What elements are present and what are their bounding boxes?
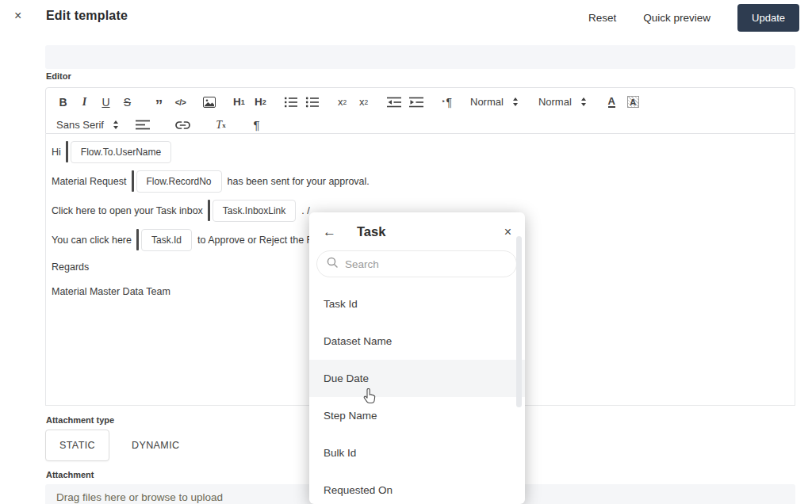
list-item-requested-on[interactable]: Requested On (309, 472, 525, 504)
edit-template-dialog: × Edit template Reset Quick preview Upda… (0, 0, 812, 504)
attachment-type-tabs: STATIC DYNAMIC (45, 430, 193, 461)
search-box (316, 250, 517, 277)
chip-handle (136, 229, 139, 250)
chevron-updown-icon (513, 97, 518, 106)
underline-icon[interactable]: U (99, 94, 113, 111)
popup-scrollbar[interactable] (516, 236, 522, 407)
heading2-icon[interactable]: H2 (254, 94, 267, 111)
popup-header: ← Task × (309, 212, 525, 246)
line-text: Material Request (52, 176, 127, 187)
top-bar-actions: Reset Quick preview Update (588, 0, 799, 35)
font-dropdown-value: Sans Serif (56, 119, 104, 131)
chip-label: Task.Id (141, 229, 192, 251)
size-dropdown[interactable]: Normal (470, 96, 518, 108)
variable-chip[interactable]: Task.InboxLink (208, 200, 296, 222)
code-icon[interactable]: </> (174, 94, 187, 111)
variable-picker-popup: ← Task × Task Id Dataset Name Due Date S… (309, 212, 525, 504)
quick-preview-button[interactable]: Quick preview (643, 12, 710, 24)
back-icon[interactable]: ← (323, 225, 336, 239)
list-item-due-date[interactable]: Due Date (309, 360, 525, 397)
strikethrough-icon[interactable]: S (121, 94, 134, 111)
text-direction-icon[interactable]: ‣¶ (440, 94, 454, 111)
dropzone-text: Drag files here or browse to upload (56, 491, 223, 503)
link-icon[interactable] (175, 116, 190, 134)
chip-handle (132, 170, 134, 192)
chip-handle (66, 141, 68, 162)
pilcrow-icon[interactable]: ¶ (250, 116, 263, 134)
line-text: Hi (52, 147, 61, 158)
popup-close-icon[interactable]: × (504, 226, 511, 239)
search-input[interactable] (345, 258, 507, 270)
editor-toolbar: B I U S ” </> H1 H2 x2 x2 (45, 87, 795, 134)
attachment-type-label: Attachment type (46, 415, 114, 425)
list-item-bulk-id[interactable]: Bulk Id (309, 434, 525, 472)
list-item-step-name[interactable]: Step Name (309, 397, 525, 434)
heading-dropdown[interactable]: Normal (538, 96, 586, 108)
line-text: Click here to open your Task inbox (52, 205, 203, 216)
template-line: Hi Flow.To.UserName (52, 137, 789, 166)
italic-icon[interactable]: I (78, 94, 91, 111)
subscript-icon[interactable]: x2 (335, 94, 349, 111)
bullet-list-icon[interactable] (305, 94, 319, 111)
tab-static[interactable]: STATIC (45, 430, 109, 461)
list-item-dataset-name[interactable]: Dataset Name (309, 323, 525, 360)
reset-button[interactable]: Reset (588, 12, 616, 24)
line-text: Material Master Data Team (52, 286, 170, 297)
variable-chip[interactable]: Task.Id (136, 229, 192, 251)
font-dropdown[interactable]: Sans Serif (56, 119, 118, 131)
text-color-icon[interactable]: A (605, 94, 619, 111)
chip-label: Flow.To.UserName (71, 141, 171, 163)
indent-icon[interactable] (409, 94, 423, 111)
heading-dropdown-value: Normal (538, 96, 572, 108)
top-bar: × Edit template Reset Quick preview Upda… (0, 0, 812, 35)
toolbar-row-1: B I U S ” </> H1 H2 x2 x2 (56, 92, 785, 112)
close-icon[interactable]: × (14, 10, 21, 22)
variable-chip[interactable]: Flow.To.UserName (66, 141, 171, 163)
chevron-updown-icon (581, 97, 586, 106)
chevron-updown-icon (113, 120, 118, 129)
line-text: Regards (52, 262, 89, 273)
tab-dynamic[interactable]: DYNAMIC (118, 430, 193, 460)
line-text: to Approve or Reject the R (197, 235, 314, 246)
popup-title: Task (357, 224, 385, 239)
image-icon[interactable] (202, 94, 216, 111)
template-line: Material Request Flow.RecordNo has been … (52, 166, 789, 196)
page-title: Edit template (46, 9, 128, 23)
ordered-list-icon[interactable] (284, 94, 297, 111)
clear-format-icon[interactable]: Tx (214, 116, 228, 134)
update-button[interactable]: Update (737, 4, 799, 32)
subject-field[interactable] (45, 45, 795, 69)
editor-label: Editor (46, 71, 71, 81)
outdent-icon[interactable] (387, 94, 401, 111)
superscript-icon[interactable]: x2 (357, 94, 370, 111)
chip-label: Task.InboxLink (213, 200, 296, 222)
line-text: You can click here (52, 235, 132, 246)
background-color-icon[interactable]: A (626, 94, 640, 111)
size-dropdown-value: Normal (470, 96, 504, 108)
bold-icon[interactable]: B (56, 94, 70, 111)
line-text: has been sent for your approval. (228, 176, 370, 187)
variable-list: Task Id Dataset Name Due Date Step Name … (309, 285, 525, 504)
search-icon (327, 257, 338, 271)
variable-chip[interactable]: Flow.RecordNo (132, 170, 222, 193)
heading1-icon[interactable]: H1 (232, 94, 246, 111)
chip-label: Flow.RecordNo (136, 170, 222, 193)
list-item-task-id[interactable]: Task Id (309, 285, 525, 323)
chip-handle (208, 200, 210, 221)
align-icon[interactable] (136, 116, 150, 134)
attachment-label: Attachment (46, 470, 94, 479)
toolbar-row-2: Sans Serif Tx ¶ (56, 115, 785, 135)
blockquote-icon[interactable]: ” (152, 94, 166, 111)
